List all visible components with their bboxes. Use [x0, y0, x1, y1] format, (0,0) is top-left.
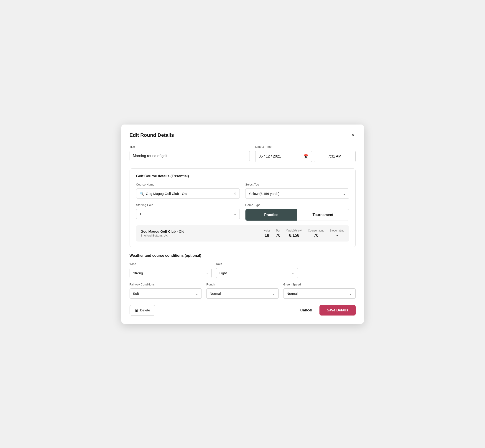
- stat-par: Par 70: [276, 229, 281, 238]
- search-icon: 🔍: [140, 192, 144, 196]
- rough-dropdown[interactable]: Normal ⌄: [206, 288, 279, 299]
- course-info-location: Shelford Bottom, UK: [141, 234, 258, 237]
- course-rating-label: Course rating: [308, 229, 324, 232]
- course-name-label: Course Name: [136, 183, 240, 186]
- green-speed-label: Green Speed: [283, 283, 356, 286]
- rain-group: Rain Light ⌄: [216, 262, 298, 278]
- select-tee-label: Select Tee: [245, 183, 349, 186]
- course-name-group: Course Name 🔍 Gog Magog Golf Club - Old …: [136, 183, 240, 199]
- wind-label: Wind: [129, 262, 211, 266]
- time-value: 7:31 AM: [328, 154, 341, 159]
- course-info-name: Gog Magog Golf Club - Old,: [141, 230, 258, 233]
- practice-button[interactable]: Practice: [245, 209, 297, 221]
- chevron-down-icon: ⌄: [292, 271, 295, 275]
- slope-rating-value: -: [336, 233, 338, 238]
- fairway-dropdown[interactable]: Soft ⌄: [129, 288, 202, 299]
- chevron-down-icon: ⌄: [195, 291, 198, 296]
- rough-label: Rough: [206, 283, 279, 286]
- par-label: Par: [276, 229, 280, 232]
- game-type-label: Game Type: [245, 203, 349, 207]
- green-speed-group: Green Speed Normal ⌄: [283, 283, 356, 299]
- golf-course-title: Golf Course details (Essential): [136, 174, 349, 178]
- calendar-icon: 📅: [304, 154, 308, 159]
- trash-icon: 🗑: [135, 308, 138, 312]
- modal-title: Edit Round Details: [129, 132, 174, 138]
- close-button[interactable]: ×: [351, 132, 356, 139]
- rough-value: Normal: [210, 292, 221, 296]
- cancel-button[interactable]: Cancel: [299, 305, 314, 315]
- stat-slope-rating: Slope rating -: [330, 229, 344, 238]
- rain-dropdown[interactable]: Light ⌄: [216, 268, 298, 278]
- game-type-group: Game Type Practice Tournament: [245, 203, 349, 221]
- footer-right: Cancel Save Details: [299, 305, 356, 315]
- title-input[interactable]: [129, 151, 250, 161]
- course-name-value: Gog Magog Golf Club - Old: [146, 192, 232, 196]
- course-tee-row: Course Name 🔍 Gog Magog Golf Club - Old …: [136, 183, 349, 199]
- course-info-card: Gog Magog Golf Club - Old, Shelford Bott…: [136, 225, 349, 241]
- stat-course-rating: Course rating 70: [308, 229, 324, 238]
- save-button[interactable]: Save Details: [319, 305, 356, 315]
- yards-value: 6,156: [289, 233, 299, 238]
- rough-group: Rough Normal ⌄: [206, 283, 279, 299]
- course-info-name-group: Gog Magog Golf Club - Old, Shelford Bott…: [141, 230, 258, 237]
- starting-hole-value: 1: [140, 212, 141, 216]
- rain-value: Light: [219, 271, 227, 275]
- datetime-field-group: Date & Time 05 / 12 / 2021 📅 7:31 AM: [255, 145, 356, 162]
- holes-label: Holes: [263, 229, 270, 232]
- footer-row: 🗑 Delete Cancel Save Details: [129, 305, 356, 315]
- select-tee-value: Yellow (6,156 yards): [249, 192, 279, 196]
- weather-section: Weather and course conditions (optional)…: [129, 254, 356, 299]
- rain-label: Rain: [216, 262, 298, 266]
- course-rating-value: 70: [314, 233, 318, 238]
- starting-hole-label: Starting Hole: [136, 203, 240, 207]
- tournament-button[interactable]: Tournament: [297, 209, 349, 221]
- fairway-rough-green-row: Fairway Conditions Soft ⌄ Rough Normal ⌄…: [129, 283, 356, 299]
- top-row: Title Date & Time 05 / 12 / 2021 📅 7:31 …: [129, 145, 356, 162]
- chevron-down-icon: ⌄: [349, 291, 352, 296]
- datetime-row: 05 / 12 / 2021 📅 7:31 AM: [255, 151, 356, 162]
- wind-group: Wind Strong ⌄: [129, 262, 211, 278]
- fairway-group: Fairway Conditions Soft ⌄: [129, 283, 202, 299]
- wind-value: Strong: [133, 271, 143, 275]
- stat-yards: Yards(Yellow) 6,156: [286, 229, 303, 238]
- modal-container: Edit Round Details × Title Date & Time 0…: [121, 125, 364, 324]
- starting-hole-dropdown[interactable]: 1 ⌄: [136, 209, 240, 219]
- date-value: 05 / 12 / 2021: [259, 154, 302, 159]
- slope-rating-label: Slope rating: [330, 229, 344, 232]
- wind-rain-row: Wind Strong ⌄ Rain Light ⌄: [129, 262, 356, 278]
- starting-hole-group: Starting Hole 1 ⌄: [136, 203, 240, 221]
- chevron-down-icon: ⌄: [233, 212, 236, 216]
- modal-header: Edit Round Details ×: [129, 132, 356, 139]
- chevron-down-icon: ⌄: [343, 192, 346, 196]
- delete-label: Delete: [140, 308, 150, 312]
- fairway-label: Fairway Conditions: [129, 283, 202, 286]
- time-input[interactable]: 7:31 AM: [314, 151, 356, 162]
- yards-label: Yards(Yellow): [286, 229, 303, 232]
- date-input[interactable]: 05 / 12 / 2021 📅: [255, 151, 312, 162]
- delete-button[interactable]: 🗑 Delete: [129, 305, 155, 315]
- par-value: 70: [276, 233, 281, 238]
- golf-course-section: Golf Course details (Essential) Course N…: [129, 168, 356, 247]
- datetime-label: Date & Time: [255, 145, 356, 148]
- green-speed-dropdown[interactable]: Normal ⌄: [283, 288, 356, 299]
- chevron-down-icon: ⌄: [272, 291, 275, 296]
- game-type-toggle: Practice Tournament: [245, 209, 349, 221]
- holes-value: 18: [265, 233, 269, 238]
- hole-gametype-row: Starting Hole 1 ⌄ Game Type Practice Tou…: [136, 203, 349, 221]
- select-tee-dropdown[interactable]: Yellow (6,156 yards) ⌄: [245, 189, 349, 199]
- clear-icon[interactable]: ✕: [233, 192, 236, 196]
- course-name-input[interactable]: 🔍 Gog Magog Golf Club - Old ✕: [136, 189, 240, 199]
- wind-dropdown[interactable]: Strong ⌄: [129, 268, 211, 278]
- green-speed-value: Normal: [287, 292, 298, 296]
- weather-section-title: Weather and course conditions (optional): [129, 254, 356, 258]
- select-tee-group: Select Tee Yellow (6,156 yards) ⌄: [245, 183, 349, 199]
- title-field-group: Title: [129, 145, 250, 162]
- title-label: Title: [129, 145, 250, 148]
- chevron-down-icon: ⌄: [205, 271, 208, 275]
- stat-holes: Holes 18: [263, 229, 270, 238]
- fairway-value: Soft: [133, 292, 139, 296]
